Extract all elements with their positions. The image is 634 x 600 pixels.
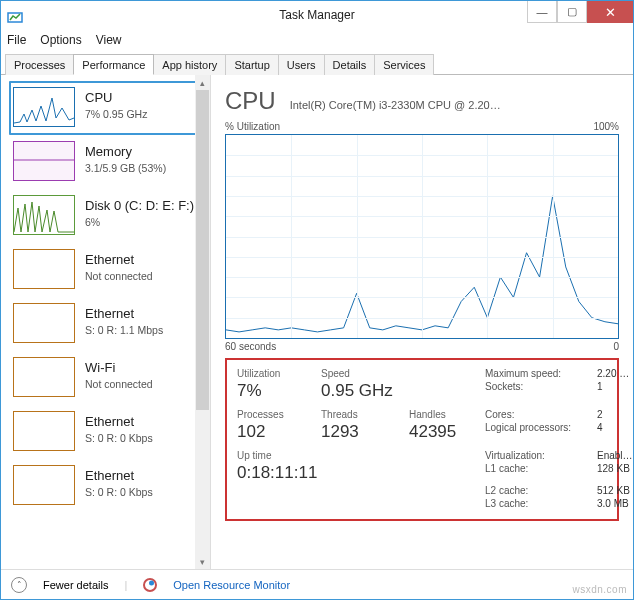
- cpu-graph: [225, 134, 619, 339]
- ethernet-thumb-icon: [13, 249, 75, 289]
- graph-y-max: 100%: [593, 121, 619, 132]
- sidebar-item-cpu[interactable]: CPU 7% 0.95 GHz: [9, 81, 206, 135]
- handles-label: Handles: [409, 409, 479, 420]
- wifi-thumb-icon: [13, 357, 75, 397]
- tab-performance[interactable]: Performance: [73, 54, 154, 75]
- menu-view[interactable]: View: [96, 33, 122, 47]
- app-icon: [7, 7, 23, 23]
- disk-thumb-icon: [13, 195, 75, 235]
- processes-label: Processes: [237, 409, 315, 420]
- graph-y-label: % Utilization: [225, 121, 280, 132]
- utilization-value: 7%: [237, 381, 315, 401]
- page-title: CPU: [225, 87, 276, 115]
- titlebar: Task Manager — ▢ ✕: [1, 1, 633, 29]
- sidebar-item-ethernet-2[interactable]: Ethernet S: 0 R: 1.1 Mbps: [9, 297, 206, 351]
- max-speed-value: 2.20 …: [597, 368, 633, 379]
- sockets-value: 1: [597, 381, 633, 407]
- uptime-value: 0:18:11:11: [237, 463, 479, 483]
- cpu-thumb-icon: [13, 87, 75, 127]
- fewer-details-button[interactable]: Fewer details: [43, 579, 108, 591]
- task-manager-window: Task Manager — ▢ ✕ File Options View Pro…: [0, 0, 634, 600]
- max-speed-label: Maximum speed:: [485, 368, 591, 379]
- virt-label: Virtualization:: [485, 450, 591, 461]
- sidebar-item-label: Ethernet: [85, 251, 153, 269]
- graph-x-left: 60 seconds: [225, 341, 276, 352]
- cpu-stats: Utilization Speed Maximum speed: 2.20 … …: [225, 358, 619, 521]
- watermark: wsxdn.com: [572, 584, 627, 595]
- sidebar-item-sub: S: 0 R: 1.1 Mbps: [85, 323, 163, 337]
- sidebar-item-ethernet-1[interactable]: Ethernet Not connected: [9, 243, 206, 297]
- logical-label: Logical processors:: [485, 422, 591, 448]
- sidebar-item-label: Ethernet: [85, 467, 153, 485]
- sidebar-item-sub: 6%: [85, 215, 194, 229]
- l2-label: L2 cache:: [485, 485, 591, 496]
- scroll-up-icon[interactable]: ▴: [195, 75, 210, 90]
- l1-label: L1 cache:: [485, 463, 591, 483]
- menubar: File Options View: [1, 29, 633, 51]
- threads-label: Threads: [321, 409, 403, 420]
- l2-value: 512 KB: [597, 485, 633, 496]
- sidebar-item-sub: S: 0 R: 0 Kbps: [85, 485, 153, 499]
- tab-users[interactable]: Users: [278, 54, 325, 75]
- window-title: Task Manager: [279, 8, 354, 22]
- window-controls: — ▢ ✕: [527, 1, 633, 23]
- speed-label: Speed: [321, 368, 403, 379]
- sidebar: CPU 7% 0.95 GHz Memory 3.1/5.9 GB (53%): [1, 75, 211, 569]
- cpu-model: Intel(R) Core(TM) i3-2330M CPU @ 2.20…: [290, 99, 619, 111]
- maximize-button[interactable]: ▢: [557, 1, 587, 23]
- main-panel: CPU Intel(R) Core(TM) i3-2330M CPU @ 2.2…: [211, 75, 633, 569]
- tab-startup[interactable]: Startup: [225, 54, 278, 75]
- l3-value: 3.0 MB: [597, 498, 633, 509]
- chevron-up-icon[interactable]: ˄: [11, 577, 27, 593]
- cores-value: 2: [597, 409, 633, 420]
- sidebar-item-wifi[interactable]: Wi-Fi Not connected: [9, 351, 206, 405]
- sidebar-item-label: Memory: [85, 143, 166, 161]
- ethernet-thumb-icon: [13, 465, 75, 505]
- sidebar-scrollbar[interactable]: ▴ ▾: [195, 75, 210, 569]
- scroll-thumb[interactable]: [196, 90, 209, 410]
- sidebar-item-ethernet-3[interactable]: Ethernet S: 0 R: 0 Kbps: [9, 405, 206, 459]
- menu-file[interactable]: File: [7, 33, 26, 47]
- sidebar-item-sub: Not connected: [85, 377, 153, 391]
- tab-processes[interactable]: Processes: [5, 54, 74, 75]
- logical-value: 4: [597, 422, 633, 448]
- threads-value: 1293: [321, 422, 403, 442]
- processes-value: 102: [237, 422, 315, 442]
- sidebar-item-sub: Not connected: [85, 269, 153, 283]
- tab-app-history[interactable]: App history: [153, 54, 226, 75]
- footer: ˄ Fewer details | Open Resource Monitor: [1, 569, 633, 599]
- virt-value: Enabl…: [597, 450, 633, 461]
- sidebar-item-label: Ethernet: [85, 413, 153, 431]
- sidebar-item-label: Disk 0 (C: D: E: F:): [85, 197, 194, 215]
- cores-label: Cores:: [485, 409, 591, 420]
- sidebar-item-label: Wi-Fi: [85, 359, 153, 377]
- speed-value: 0.95 GHz: [321, 381, 403, 401]
- close-button[interactable]: ✕: [587, 1, 633, 23]
- sidebar-item-memory[interactable]: Memory 3.1/5.9 GB (53%): [9, 135, 206, 189]
- sidebar-item-sub: 3.1/5.9 GB (53%): [85, 161, 166, 175]
- ethernet-thumb-icon: [13, 411, 75, 451]
- tab-details[interactable]: Details: [324, 54, 376, 75]
- ethernet-thumb-icon: [13, 303, 75, 343]
- body: CPU 7% 0.95 GHz Memory 3.1/5.9 GB (53%): [1, 75, 633, 569]
- sidebar-item-label: CPU: [85, 89, 147, 107]
- minimize-button[interactable]: —: [527, 1, 557, 23]
- utilization-label: Utilization: [237, 368, 315, 379]
- l1-value: 128 KB: [597, 463, 633, 483]
- scroll-down-icon[interactable]: ▾: [195, 554, 210, 569]
- open-resource-monitor-link[interactable]: Open Resource Monitor: [173, 579, 290, 591]
- l3-label: L3 cache:: [485, 498, 591, 509]
- resource-monitor-icon: [143, 578, 157, 592]
- tab-strip: Processes Performance App history Startu…: [1, 53, 633, 75]
- sidebar-item-ethernet-4[interactable]: Ethernet S: 0 R: 0 Kbps: [9, 459, 206, 513]
- handles-value: 42395: [409, 422, 479, 442]
- memory-thumb-icon: [13, 141, 75, 181]
- sockets-label: Sockets:: [485, 381, 591, 407]
- tab-services[interactable]: Services: [374, 54, 434, 75]
- uptime-label: Up time: [237, 450, 479, 461]
- sidebar-item-sub: S: 0 R: 0 Kbps: [85, 431, 153, 445]
- graph-x-right: 0: [613, 341, 619, 352]
- sidebar-item-disk[interactable]: Disk 0 (C: D: E: F:) 6%: [9, 189, 206, 243]
- sidebar-item-label: Ethernet: [85, 305, 163, 323]
- menu-options[interactable]: Options: [40, 33, 81, 47]
